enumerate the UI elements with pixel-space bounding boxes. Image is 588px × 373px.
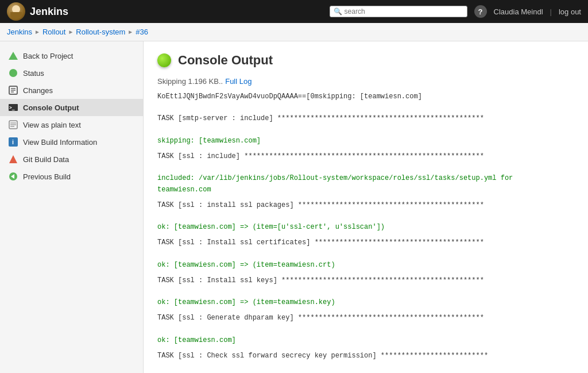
console-block-0: TASK [smtp-server : include] ***********…: [157, 113, 574, 147]
result-line-0: skipping: [teamwiesn.com]: [157, 136, 574, 147]
sidebar-item-back-to-project[interactable]: Back to Project: [0, 47, 143, 64]
header-divider: |: [550, 7, 552, 16]
main-layout: Back to Project Status Changes >_ Consol…: [0, 41, 588, 373]
result-line-1: included: /var/lib/jenkins/jobs/Rollout-…: [157, 173, 574, 195]
user-name[interactable]: Claudia Meindl: [494, 7, 543, 16]
task-line-3: TASK [ssl : Install ssl certificates] **…: [157, 237, 574, 248]
result-line-5: ok: [teamwiesn.com]: [157, 335, 574, 346]
svg-text:>_: >_: [9, 105, 15, 110]
task-line-0: TASK [smtp-server : include] ***********…: [157, 113, 574, 124]
sidebar-item-console-output[interactable]: >_ Console Output: [0, 99, 143, 116]
task-line-5: TASK [ssl : Generate dhparam key] ******…: [157, 313, 574, 324]
console-text-block: KoEttlJQNjBwdnF2sVayAwD4vuoDpQAAAA==[0ms…: [157, 91, 574, 373]
jenkins-logo: [7, 2, 25, 21]
sidebar-label-changes: Changes: [23, 86, 53, 95]
console-block-1: TASK [ssl : include] *******************…: [157, 151, 574, 195]
search-box: 🔍: [330, 6, 467, 17]
task-line-2: TASK [ssl : install ssl packages] ******…: [157, 200, 574, 211]
skip-text: Skipping 1.196 KB..: [157, 77, 223, 86]
arrow-up-icon: [8, 51, 18, 61]
sidebar-label-status: Status: [23, 69, 44, 78]
breadcrumb-sep-1: ►: [34, 29, 40, 35]
console-icon: >_: [8, 102, 18, 113]
status-icon: [8, 68, 18, 78]
console-block-6: TASK [ssl : Check ssl forward secrecy ke…: [157, 351, 574, 373]
console-block-4: TASK [ssl : Install ssl keys] **********…: [157, 275, 574, 309]
logout-button[interactable]: log out: [559, 7, 581, 16]
console-block-3: TASK [ssl : Install ssl certificates] **…: [157, 237, 574, 271]
console-blocks-container: TASK [smtp-server : include] ***********…: [157, 113, 574, 373]
breadcrumb-rollout-system[interactable]: Rollout-system: [76, 28, 125, 36]
svg-marker-12: [9, 155, 17, 163]
info-icon: i: [8, 137, 18, 147]
sidebar: Back to Project Status Changes >_ Consol…: [0, 41, 144, 373]
help-button[interactable]: ?: [474, 5, 487, 18]
git-icon: [8, 154, 18, 164]
full-log-link[interactable]: Full Log: [225, 77, 252, 86]
result-line-4: ok: [teamwiesn.com] => (item=teamwiesn.k…: [157, 297, 574, 308]
breadcrumb-rollout[interactable]: Rollout: [42, 28, 65, 36]
sidebar-item-changes[interactable]: Changes: [0, 82, 143, 99]
content-area: Console Output Skipping 1.196 KB.. Full …: [144, 41, 588, 373]
sidebar-label-console: Console Output: [23, 103, 79, 112]
sidebar-item-status[interactable]: Status: [0, 64, 143, 82]
breadcrumb-jenkins[interactable]: Jenkins: [7, 28, 32, 36]
console-meta: Skipping 1.196 KB.. Full Log: [157, 77, 574, 86]
svg-text:i: i: [12, 139, 14, 145]
page-title-row: Console Output: [157, 53, 574, 68]
breadcrumb-sep-3: ►: [127, 29, 133, 35]
search-icon: 🔍: [334, 7, 342, 16]
sidebar-label-back: Back to Project: [23, 52, 73, 60]
breadcrumb-build-number[interactable]: #36: [136, 28, 148, 36]
sidebar-label-previous-build: Previous Build: [23, 172, 71, 181]
text-icon: [8, 120, 18, 130]
breadcrumb: Jenkins ► Rollout ► Rollout-system ► #36: [0, 23, 588, 41]
task-line-4: TASK [ssl : Install ssl keys] **********…: [157, 275, 574, 286]
sidebar-label-git: Git Build Data: [23, 155, 69, 164]
jenkins-title: Jenkins: [30, 6, 68, 18]
sidebar-label-build-info: View Build Information: [23, 138, 97, 147]
console-block-5: TASK [ssl : Generate dhparam key] ******…: [157, 313, 574, 346]
sidebar-label-plain-text: View as plain text: [23, 121, 81, 129]
status-ball: [157, 53, 171, 67]
init-line: KoEttlJQNjBwdnF2sVayAwD4vuoDpQAAAA==[0ms…: [157, 91, 574, 102]
result-line-2: ok: [teamwiesn.com] => (item=[u'ssl-cert…: [157, 222, 574, 233]
header: Jenkins 🔍 ? Claudia Meindl | log out: [0, 0, 588, 23]
task-line-6: TASK [ssl : Check ssl forward secrecy ke…: [157, 351, 574, 362]
task-line-1: TASK [ssl : include] *******************…: [157, 151, 574, 162]
search-input[interactable]: [345, 7, 463, 16]
page-title: Console Output: [178, 53, 273, 68]
jenkins-logo-link[interactable]: Jenkins: [7, 2, 68, 21]
console-output-area: KoEttlJQNjBwdnF2sVayAwD4vuoDpQAAAA==[0ms…: [157, 91, 574, 373]
breadcrumb-sep-2: ►: [68, 29, 74, 35]
changes-icon: [8, 85, 18, 95]
console-block-2: TASK [ssl : install ssl packages] ******…: [157, 200, 574, 233]
sidebar-item-git-build-data[interactable]: Git Build Data: [0, 151, 143, 168]
sidebar-item-view-plain-text[interactable]: View as plain text: [0, 116, 143, 133]
result-line-3: ok: [teamwiesn.com] => (item=teamwiesn.c…: [157, 260, 574, 271]
sidebar-item-previous-build[interactable]: Previous Build: [0, 168, 143, 185]
sidebar-item-view-build-info[interactable]: i View Build Information: [0, 133, 143, 151]
prev-icon: [8, 171, 18, 182]
